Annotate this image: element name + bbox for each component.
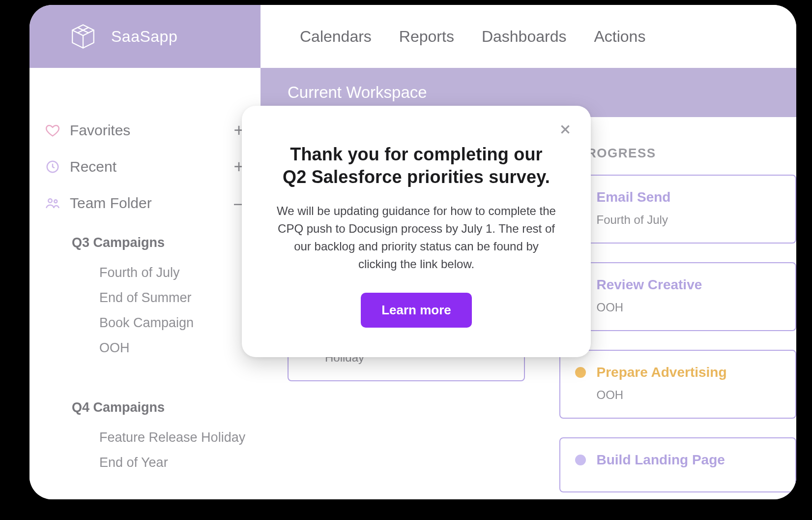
survey-thank-you-modal: Thank you for completing our Q2 Salesfor… <box>242 106 591 357</box>
close-button[interactable] <box>555 120 575 139</box>
modal-heading: Thank you for completing our Q2 Salesfor… <box>279 143 554 188</box>
learn-more-button[interactable]: Learn more <box>361 293 472 328</box>
modal-body: We will be updating guidance for how to … <box>274 202 559 273</box>
app-frame: SaaSapp Calendars Reports Dashboards Act… <box>29 5 796 499</box>
